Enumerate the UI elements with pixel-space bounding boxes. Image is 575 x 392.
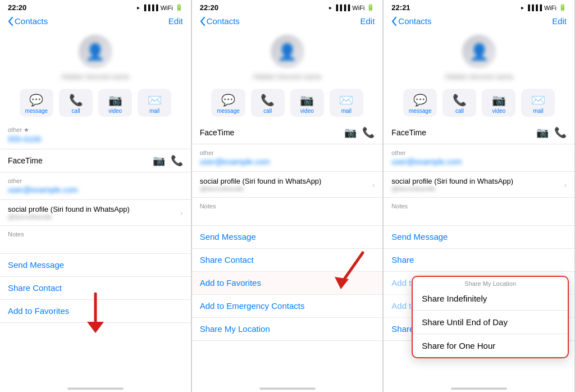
share-location-link-2[interactable]: Share My Location xyxy=(192,318,383,341)
social-profile-item-2[interactable]: social profile (Siri found in WhatsApp) … xyxy=(192,172,383,198)
location-icon-2: ▸ xyxy=(329,4,332,11)
send-message-text-1: Send Message xyxy=(8,260,64,270)
wifi-icon-2: WiFi xyxy=(352,4,364,11)
edit-button-3[interactable]: Edit xyxy=(552,16,567,26)
chevron-icon-1: › xyxy=(180,208,183,217)
call-button-1[interactable]: 📞 call xyxy=(59,89,93,117)
status-bar-2: 22:20 ▸ ▐▐▐▐ WiFi 🔋 xyxy=(192,0,383,14)
signal-bars-icon-3: ▐▐▐▐ xyxy=(526,4,542,11)
call-button-3[interactable]: 📞 call xyxy=(442,89,476,117)
status-icons-3: ▸ ▐▐▐▐ WiFi 🔋 xyxy=(521,4,567,11)
share-indefinitely-option[interactable]: Share Indefinitely xyxy=(413,287,568,311)
video-icon: 📷 xyxy=(108,93,122,107)
facetime-label-3: FaceTime xyxy=(391,128,426,137)
call-icon-2: 📞 xyxy=(261,93,275,107)
home-indicator-2 xyxy=(192,381,383,392)
facetime-phone-icon-3[interactable]: 📞 xyxy=(554,126,567,139)
add-to-emergency-link-2[interactable]: Add to Emergency Contacts xyxy=(192,295,383,318)
mail-icon: ✉️ xyxy=(148,93,162,107)
call-icon-3: 📞 xyxy=(453,93,467,107)
add-to-favorites-link-2[interactable]: Add to Favorites xyxy=(192,272,383,295)
mail-label-3: mail xyxy=(533,108,543,114)
share-contact-link-3[interactable]: Share xyxy=(384,249,574,272)
action-row-3: 💬 message 📞 call 📷 video ✉️ mail xyxy=(384,84,574,121)
call-icon: 📞 xyxy=(69,93,83,107)
notes-label-1: Notes xyxy=(8,231,183,238)
share-contact-link-2[interactable]: Share Contact xyxy=(192,249,383,272)
notes-label-2: Notes xyxy=(200,203,375,209)
battery-icon: 🔋 xyxy=(175,4,183,11)
message-button-3[interactable]: 💬 message xyxy=(403,89,437,117)
mail-button-2[interactable]: ✉️ mail xyxy=(330,89,363,117)
facetime-label-1: FaceTime xyxy=(8,156,43,165)
signal-bars-icon-2: ▐▐▐▐ xyxy=(334,4,350,11)
battery-icon-3: 🔋 xyxy=(559,4,567,11)
mail-label: mail xyxy=(149,108,159,114)
wifi-icon-3: WiFi xyxy=(544,4,556,11)
home-bar-2 xyxy=(259,388,316,390)
nav-bar-2: Contacts Edit xyxy=(192,14,383,30)
facetime-phone-icon-2[interactable]: 📞 xyxy=(362,126,375,139)
signal-bars-icon: ▐▐▐▐ xyxy=(142,4,158,11)
social-profile-item-3[interactable]: social profile (Siri found in WhatsApp) … xyxy=(384,172,574,198)
other-star-value[interactable]: 555-0100 xyxy=(8,135,183,144)
avatar-3: 👤 xyxy=(462,35,496,69)
send-message-link-2[interactable]: Send Message xyxy=(192,226,383,249)
social-profile-label-1: social profile (Siri found in WhatsApp) xyxy=(8,205,130,213)
contact-avatar-area-2: 👤 xyxy=(192,30,383,71)
video-button-3[interactable]: 📷 video xyxy=(482,89,515,117)
share-until-eod-option[interactable]: Share Until End of Day xyxy=(413,311,568,334)
send-message-link-3[interactable]: Send Message xyxy=(384,226,574,249)
mail-button-1[interactable]: ✉️ mail xyxy=(138,89,171,117)
back-button-2[interactable]: Contacts xyxy=(200,16,240,26)
video-button-1[interactable]: 📷 video xyxy=(98,89,132,117)
avatar-1: 👤 xyxy=(79,35,112,69)
phone-panel-1: 22:20 ▸ ▐▐▐▐ WiFi 🔋 Contacts Edit 👤 Hidd… xyxy=(0,0,191,392)
message-button-2[interactable]: 💬 message xyxy=(211,89,245,117)
facetime-video-icon[interactable]: 📷 xyxy=(153,154,165,167)
share-one-hour-option[interactable]: Share for One Hour xyxy=(413,334,568,357)
add-to-favorites-text-1: Add to Favorites xyxy=(8,306,69,316)
social-profile-sub-2: @blurredhandle xyxy=(200,185,322,192)
share-location-popup: Share My Location Share Indefinitely Sha… xyxy=(412,276,569,358)
other-email-value-2[interactable]: user@example.com xyxy=(200,157,375,166)
video-icon-2: 📷 xyxy=(300,93,314,107)
edit-button-2[interactable]: Edit xyxy=(360,16,375,26)
call-button-2[interactable]: 📞 call xyxy=(251,89,285,117)
facetime-video-icon-3[interactable]: 📷 xyxy=(536,126,549,139)
other-star-item: other ★ 555-0100 xyxy=(0,121,191,149)
add-to-emergency-text-2: Add to Emergency Contacts xyxy=(200,301,305,311)
message-icon-2: 💬 xyxy=(221,93,235,107)
social-profile-sub-3: @blurredhandle xyxy=(391,185,513,192)
send-message-link-1[interactable]: Send Message xyxy=(0,254,191,277)
message-label-3: message xyxy=(409,108,432,114)
battery-icon-2: 🔋 xyxy=(367,4,375,11)
other-email-item-1: other user@example.com xyxy=(0,172,191,200)
share-contact-link-1[interactable]: Share Contact xyxy=(0,277,191,300)
avatar-2: 👤 xyxy=(271,35,304,69)
back-button-1[interactable]: Contacts xyxy=(8,16,48,26)
action-row-2: 💬 message 📞 call 📷 video ✉️ mail xyxy=(192,84,383,121)
other-email-value-3[interactable]: user@example.com xyxy=(391,157,567,166)
facetime-phone-icon[interactable]: 📞 xyxy=(171,154,183,167)
message-icon: 💬 xyxy=(29,93,43,107)
social-profile-item-1[interactable]: social profile (Siri found in WhatsApp) … xyxy=(0,200,191,226)
message-label: message xyxy=(25,108,48,114)
facetime-video-icon-2[interactable]: 📷 xyxy=(344,126,357,139)
other-star-label: other ★ xyxy=(8,126,183,134)
home-indicator-1 xyxy=(0,381,191,392)
add-to-favorites-link-1[interactable]: Add to Favorites xyxy=(0,300,191,323)
mail-button-3[interactable]: ✉️ mail xyxy=(521,89,555,117)
share-contact-text-2: Share Contact xyxy=(200,255,254,265)
edit-button-1[interactable]: Edit xyxy=(168,16,183,26)
message-button-1[interactable]: 💬 message xyxy=(20,89,54,117)
other-email-value-1[interactable]: user@example.com xyxy=(8,185,183,194)
video-button-2[interactable]: 📷 video xyxy=(290,89,324,117)
send-message-text-2: Send Message xyxy=(200,232,256,241)
back-button-3[interactable]: Contacts xyxy=(391,16,431,26)
status-time-3: 22:21 xyxy=(391,3,410,12)
other-email-label-3: other xyxy=(391,149,567,156)
facetime-item-1: FaceTime 📷 📞 xyxy=(0,149,191,172)
location-icon: ▸ xyxy=(137,4,140,11)
notes-item-2: Notes xyxy=(192,198,383,226)
